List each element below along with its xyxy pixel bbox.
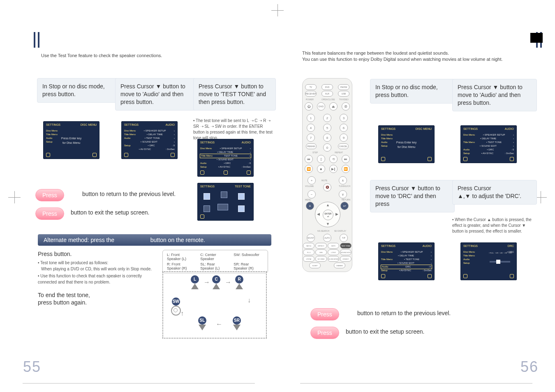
lbl-tvvideo: TV/VIDEO	[339, 98, 349, 101]
remote-btn-tvvideo[interactable]: ⦿	[342, 102, 350, 111]
remote-btn-tv[interactable]: TV	[305, 84, 317, 90]
osd-discmenu: SETTINGSDISC MENU Disc Menu Title Menu A…	[43, 121, 99, 159]
num-9[interactable]: 9	[340, 134, 348, 142]
lbl-step: STEP	[312, 151, 318, 154]
remote-enter[interactable]: ENTER↵	[323, 210, 333, 220]
num-8[interactable]: 8	[323, 134, 331, 142]
vol-up[interactable]: +	[308, 176, 316, 184]
remote-btn-usb[interactable]: USB	[338, 91, 349, 97]
num-6[interactable]: 6	[340, 124, 348, 132]
right-step4-note: • When the Cursor ▲ button is pressed, t…	[452, 217, 534, 234]
press-testtone-sub: Press button.	[38, 251, 72, 257]
lbl-open: OPEN/CLOSE	[321, 98, 335, 101]
remote-btn-fmxm[interactable]: FM/XM	[338, 84, 349, 90]
num-3[interactable]: 3	[340, 114, 348, 122]
remote-prev[interactable]: ⏮	[305, 155, 313, 163]
remote-btn-dvd2[interactable]: DVD	[317, 102, 325, 111]
right-intro1: This feature balances the range between …	[302, 50, 449, 56]
alternate-method-bar: Alternate method: press the button on th…	[38, 234, 271, 246]
remote-menu[interactable]: ≡	[306, 202, 314, 210]
remote-auto[interactable]: AUTO	[323, 234, 331, 242]
r-press-return-text: button to return to the previous level.	[357, 309, 451, 318]
remote-sfe[interactable]: SFE	[315, 249, 327, 255]
remote-subt[interactable]: PL II	[303, 249, 314, 255]
remote-nav-ring[interactable]: ▲ ▼ ◀ ▶ ENTER↵	[315, 202, 340, 227]
speaker-diagram: L C R SW SL SR → → ↓ ← ↑	[162, 271, 267, 339]
lbl-menu: MENU	[305, 198, 311, 201]
right-step1: In Stop or no disc mode, press button.	[370, 79, 455, 104]
end-tone-b: press button again.	[38, 299, 87, 306]
remote-cancel[interactable]: CANCEL	[338, 143, 349, 149]
ch-down[interactable]: ∨	[339, 190, 347, 198]
lbl-mute: MUTE	[321, 179, 327, 182]
step1-text: In Stop or no disc mode, press button.	[42, 83, 105, 97]
ch-up[interactable]: ∧	[339, 176, 347, 184]
bottom-rule-left	[23, 383, 255, 384]
remote-btn-aux[interactable]: AUX	[321, 91, 333, 97]
press-return-bubble: Press	[35, 189, 64, 201]
page-number-right: 56	[520, 358, 539, 376]
left-step2: Press Cursor ▼ button to move to 'Audio'…	[115, 78, 198, 111]
remote-play[interactable]: ▶‖	[329, 165, 338, 173]
remote-neo[interactable]: NEO:6	[303, 243, 314, 249]
left-bullet1: • Test tone will be produced as follows:	[38, 260, 155, 266]
step2-text: Press Cursor ▼ button to move to 'Audio'…	[120, 83, 185, 105]
num-4[interactable]: 4	[307, 124, 315, 132]
lbl-sd: SD DISPLAY	[334, 230, 346, 232]
remote-btn-eject[interactable]: ⏏	[329, 102, 338, 111]
remote-return[interactable]: ↩	[340, 202, 349, 210]
lbl-return: RETURN	[342, 198, 350, 201]
remote-mute[interactable]: 🔇	[323, 183, 331, 191]
osd-right-discmenu: SETTINGSDISC MENU Disc Menu Title Menu A…	[378, 125, 435, 163]
r-step2: Press Cursor ▼ button to move to 'Audio'…	[458, 84, 523, 106]
osd-right-drc: SETTINGSAUDIO Disc Menu• SPEAKER SETUP› …	[378, 242, 435, 280]
section-tab	[530, 33, 543, 43]
remote-ezview[interactable]: EZ VIEW	[315, 256, 327, 262]
remote-mo[interactable]: MO/ST	[307, 234, 315, 242]
r-press-exit-text: button to exit the setup screen.	[346, 327, 424, 336]
num-7[interactable]: 7	[307, 134, 315, 142]
num-1[interactable]: 1	[307, 114, 315, 122]
remote-remain[interactable]: REMAIN	[306, 143, 317, 149]
remote-ff[interactable]: ⏩	[342, 165, 350, 173]
press-exit-bubble: Press	[35, 208, 64, 220]
remote-effect[interactable]: EFFECT	[315, 243, 327, 249]
num-2[interactable]: 2	[323, 114, 331, 122]
remote-soundedit[interactable]: SOUND EDIT	[340, 249, 352, 255]
vol-down[interactable]: −	[308, 190, 316, 198]
left-intro: Use the Test Tone feature to check the s…	[41, 53, 162, 59]
remote-sleep[interactable]: SLEEP	[309, 263, 321, 268]
step3-text: Press Cursor ▼ button to move to 'TEST T…	[199, 83, 266, 105]
remote-btn-dvd[interactable]: DVD	[321, 84, 333, 90]
remote-digest[interactable]: DIGEST	[340, 256, 352, 262]
remote-dimmer[interactable]: DIMMER	[334, 263, 345, 268]
remote-info[interactable]: INFO	[328, 243, 339, 249]
bottom-rule-right	[300, 383, 532, 384]
press-exit-text: button to exit the setup screen.	[71, 208, 149, 217]
remote-repeat[interactable]: ⟲	[329, 155, 338, 163]
num-5[interactable]: 5	[323, 124, 331, 132]
left-step3-note: • The test tone will be sent to L ➝ C ➝ …	[193, 118, 273, 141]
lbl-volume: VOLUME	[305, 185, 314, 187]
r-press-return-bubble: Press	[310, 308, 339, 321]
remote-btn-power[interactable]: ⏻	[305, 102, 313, 111]
lbl-repeat: REPEAT	[335, 151, 343, 154]
remote-btn-receiver[interactable]: RECEIVER	[305, 91, 317, 97]
remote-next[interactable]: ⏭	[342, 155, 350, 163]
remote-rew[interactable]: ⏪	[305, 165, 313, 173]
left-step3: Press Cursor ▼ button to move to 'TEST T…	[193, 78, 276, 111]
num-0[interactable]: 0	[323, 143, 331, 152]
remote-zoom[interactable]: ZOOM	[303, 256, 314, 262]
left-bullet1b: When playing a DVD or CD, this will work…	[41, 266, 158, 272]
remote-testtone[interactable]: TEST TONE	[340, 243, 352, 249]
right-intro2: You can use this function to enjoy Dolby…	[302, 56, 503, 62]
remote-tp[interactable]: T/P	[340, 234, 348, 242]
remote-step[interactable]: ▯	[317, 155, 325, 163]
remote-slide[interactable]: SLIDE MODE	[328, 256, 339, 262]
osd-right-audio: SETTINGSAUDIO Disc Menu• SPEAKER SETUP› …	[460, 125, 517, 163]
remote-stop[interactable]: ■	[317, 165, 325, 173]
page-number-left: 55	[23, 358, 41, 376]
remote-logo[interactable]: LOGO	[328, 249, 339, 255]
left-bullet2: • Use this function to check that each s…	[38, 273, 155, 285]
accent-bars-left	[34, 32, 39, 48]
